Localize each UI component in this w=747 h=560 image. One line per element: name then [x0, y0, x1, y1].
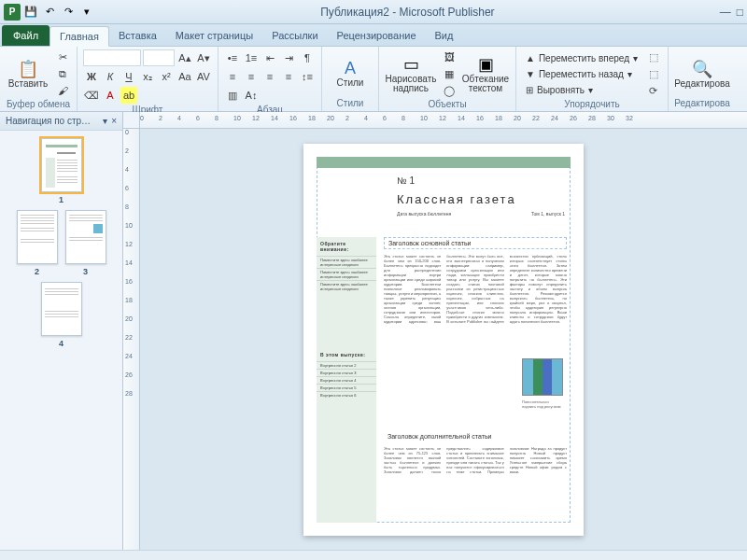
insert-table-button[interactable]: ▦ [441, 65, 458, 82]
horizontal-ruler[interactable]: 0246810121416182024681012141618202224262… [140, 112, 747, 129]
page-thumbnail-1-label: 1 [59, 195, 63, 204]
tab-insert[interactable]: Вставка [109, 25, 166, 46]
doc-date[interactable]: Дата выпуска бюллетеня [397, 211, 451, 217]
send-backward-button[interactable]: ▼Переместить назад ▾ [522, 66, 641, 82]
doc-toc-item: Внутренняя статья 5 [317, 384, 376, 391]
qat-customize-icon[interactable]: ▾ [78, 4, 95, 21]
nav-panel-title: Навигация по стр… [6, 116, 91, 126]
columns-button[interactable]: ▥ [224, 87, 241, 104]
decrease-indent-button[interactable]: ⇤ [261, 49, 278, 66]
numbering-button[interactable]: 1≡ [243, 49, 260, 66]
page-1[interactable]: № 1 Классная газета Дата выпуска бюллете… [303, 144, 584, 536]
font-family-combo[interactable] [83, 49, 141, 66]
vertical-ruler[interactable]: 0246810121416182022242628 [123, 129, 140, 550]
pilcrow-button[interactable]: ¶ [299, 49, 316, 66]
align-center-button[interactable]: ≡ [243, 68, 260, 85]
doc-toc-item: Внутренняя статья 3 [317, 369, 376, 376]
document-canvas[interactable]: № 1 Классная газета Дата выпуска бюллете… [140, 129, 747, 550]
group-styles: A Стили Стили [322, 47, 379, 111]
insert-shape-button[interactable]: ◯ [441, 82, 458, 99]
doc-title[interactable]: Классная газета [397, 192, 516, 206]
char-spacing-button[interactable]: AV [195, 68, 212, 85]
paste-button[interactable]: 📋 Вставить [6, 49, 50, 98]
font-size-combo[interactable] [143, 49, 175, 66]
justify-button[interactable]: ≡ [280, 68, 297, 85]
nav-panel-dropdown-icon[interactable]: ▾ [103, 116, 107, 126]
redo-icon[interactable]: ↷ [60, 4, 77, 21]
clear-formatting-button[interactable]: ⌫ [83, 87, 100, 104]
maximize-button[interactable]: □ [737, 6, 743, 19]
align-label: Выровнять [537, 85, 585, 95]
ungroup-button[interactable]: ⬚ [645, 65, 662, 82]
insert-picture-button[interactable]: 🖼 [441, 49, 458, 65]
group-objects-label: Объекты [385, 99, 510, 110]
doc-body-2[interactable]: Эта статья может состоять не более чем и… [384, 446, 567, 525]
superscript-button[interactable]: x² [158, 68, 175, 85]
group-font: A▴ A▾ Ж К Ч x₂ x² Aa AV ⌫ A ab [78, 47, 218, 111]
doc-subtitle-row: Дата выпуска бюллетеня Том 1, выпуск 1 [397, 211, 565, 217]
tab-review[interactable]: Рецензирование [328, 25, 426, 46]
align-right-button[interactable]: ≡ [261, 68, 278, 85]
editing-button[interactable]: 🔍 Редактирова [674, 49, 730, 98]
subscript-button[interactable]: x₂ [139, 68, 156, 85]
align-button[interactable]: ⊞Выровнять ▾ [522, 82, 641, 98]
tab-view[interactable]: Вид [426, 25, 463, 46]
highlight-button[interactable]: ab [120, 87, 137, 104]
shrink-font-button[interactable]: A▾ [195, 49, 212, 66]
styles-button[interactable]: A Стили [328, 49, 373, 98]
line-spacing-button[interactable]: ↕≡ [299, 68, 316, 85]
titlebar: P 💾 ↶ ↷ ▾ Публикация2 - Microsoft Publis… [0, 0, 747, 24]
text-fill-button[interactable]: A [102, 87, 119, 104]
format-painter-button[interactable]: 🖌 [54, 82, 71, 99]
bold-button[interactable]: Ж [83, 68, 100, 85]
page-thumbnail-4[interactable] [41, 282, 82, 336]
underline-button[interactable]: Ч [120, 68, 137, 85]
copy-button[interactable]: ⧉ [54, 65, 71, 82]
doc-body-1[interactable]: Эта статья может состоять не более чем и… [384, 254, 567, 422]
doc-image-placeholder[interactable] [522, 358, 563, 396]
group-objects-button[interactable]: ⬚ [645, 49, 662, 65]
minimize-button[interactable]: — [720, 6, 731, 19]
draw-textbox-button[interactable]: ▭ Нарисовать надпись [385, 49, 437, 98]
bring-forward-button[interactable]: ▲Переместить вперед ▾ [522, 50, 641, 66]
cut-button[interactable]: ✂ [54, 49, 71, 65]
doc-sidebar-bullet: Поместите здесь наиболее интересные свед… [317, 268, 376, 280]
nav-panel-header: Навигация по стр… ▾ × [0, 112, 122, 131]
doc-image-caption[interactable]: Пояснительная подпись под рисунком [522, 399, 563, 409]
bullets-button[interactable]: •≡ [224, 49, 241, 66]
file-tab[interactable]: Файл [2, 25, 49, 46]
tab-mailings[interactable]: Рассылки [262, 25, 327, 46]
window-buttons: — □ [720, 6, 743, 19]
grow-font-button[interactable]: A▴ [176, 49, 193, 66]
page-thumbnail-3[interactable] [65, 210, 106, 264]
align-left-button[interactable]: ≡ [224, 68, 241, 85]
page-thumbnail-1[interactable] [41, 138, 82, 192]
tab-home[interactable]: Главная [49, 26, 109, 47]
rotate-button[interactable]: ⟳ [645, 82, 662, 99]
page-thumbnail-4-label: 4 [59, 339, 63, 348]
doc-headline-1[interactable]: Заголовок основной статьи [384, 237, 567, 249]
styles-icon: A [345, 59, 356, 78]
italic-button[interactable]: К [102, 68, 119, 85]
doc-issue-number[interactable]: № 1 [397, 175, 415, 186]
doc-volume[interactable]: Том 1, выпуск 1 [531, 211, 565, 217]
text-direction-button[interactable]: A↕ [243, 87, 260, 104]
undo-icon[interactable]: ↶ [41, 4, 58, 21]
doc-headline-2[interactable]: Заголовок дополнительной статьи [384, 431, 567, 441]
horizontal-scrollbar[interactable] [0, 550, 747, 560]
change-case-button[interactable]: Aa [176, 68, 193, 85]
wrap-text-button[interactable]: ▣ Обтекание текстом [461, 49, 510, 98]
group-arrange: ▲Переместить вперед ▾ ▼Переместить назад… [516, 47, 669, 111]
doc-sidebar[interactable]: Обратите внимание: Поместите здесь наибо… [317, 237, 376, 523]
save-icon[interactable]: 💾 [22, 4, 39, 21]
increase-indent-button[interactable]: ⇥ [280, 49, 297, 66]
editing-label: Редактирова [674, 79, 730, 89]
nav-panel-close-icon[interactable]: × [111, 116, 117, 126]
doc-sidebar-head2: В этом выпуске: [317, 348, 376, 361]
doc-header-band [317, 157, 571, 168]
page-navigation-panel: Навигация по стр… ▾ × 1 2 [0, 112, 123, 550]
group-editing: 🔍 Редактирова Редактирова [669, 47, 736, 111]
wrap-text-label: Обтекание текстом [462, 75, 509, 93]
tab-page-layout[interactable]: Макет страницы [166, 25, 262, 46]
page-thumbnail-2[interactable] [17, 210, 58, 264]
